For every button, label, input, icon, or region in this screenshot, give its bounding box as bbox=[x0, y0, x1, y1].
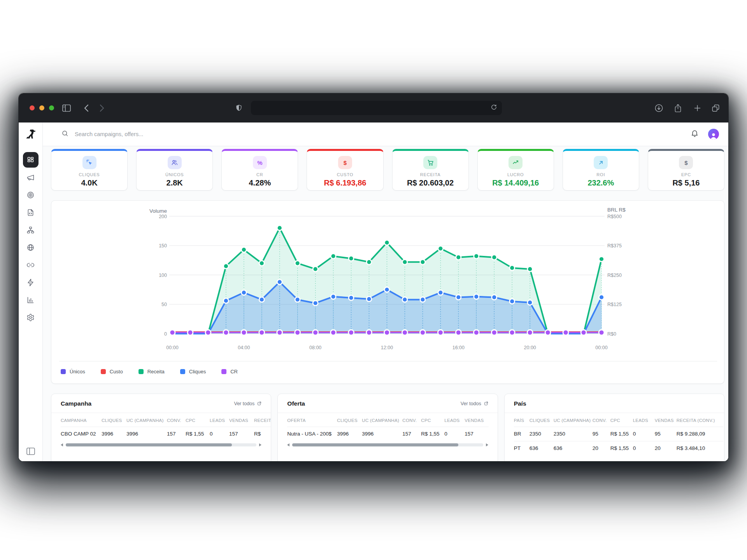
view-all-link[interactable]: Ver todos bbox=[234, 401, 262, 406]
receita-point[interactable] bbox=[349, 256, 354, 261]
cliques-point[interactable] bbox=[277, 280, 282, 285]
receita-point[interactable] bbox=[241, 247, 246, 252]
cliques-point[interactable] bbox=[295, 297, 300, 302]
avatar[interactable] bbox=[708, 129, 719, 140]
cr-point[interactable] bbox=[331, 330, 336, 335]
cr-point[interactable] bbox=[170, 330, 175, 335]
receita-point[interactable] bbox=[313, 266, 318, 271]
search-input[interactable] bbox=[74, 131, 239, 138]
cr-point[interactable] bbox=[420, 330, 425, 335]
tabs-overview-icon[interactable] bbox=[711, 103, 720, 112]
receita-point[interactable] bbox=[492, 255, 497, 260]
scrollbar-thumb[interactable] bbox=[66, 443, 232, 446]
receita-point[interactable] bbox=[366, 259, 372, 264]
cr-point[interactable] bbox=[491, 330, 497, 335]
sidebar-item-lightning[interactable] bbox=[23, 275, 39, 290]
cliques-point[interactable] bbox=[223, 298, 228, 303]
cr-point[interactable] bbox=[563, 330, 568, 335]
cr-point[interactable] bbox=[366, 330, 372, 335]
panel-toggle-icon[interactable] bbox=[62, 104, 71, 112]
scroll-right-icon[interactable] bbox=[486, 443, 488, 446]
sidebar-item-globe[interactable] bbox=[23, 240, 39, 255]
table-row[interactable]: PT63663620R$ 1,55020R$ 3.484,10 bbox=[514, 441, 723, 456]
table-row[interactable]: CBO CAMP 0239963996157R$ 1,550157R$ bbox=[61, 427, 271, 441]
sidebar-collapse-icon[interactable] bbox=[19, 448, 42, 455]
cr-point[interactable] bbox=[188, 330, 193, 335]
minimize-button[interactable] bbox=[39, 105, 44, 110]
legend-item-cliques[interactable]: Cliques bbox=[180, 369, 206, 374]
legend-item-cr[interactable]: CR bbox=[221, 369, 238, 374]
sidebar-item-hierarchy[interactable] bbox=[23, 222, 39, 238]
cliques-point[interactable] bbox=[599, 295, 604, 300]
sidebar-item-dashboard-active[interactable] bbox=[23, 152, 39, 168]
download-icon[interactable] bbox=[654, 103, 663, 112]
cliques-point[interactable] bbox=[313, 301, 318, 306]
cliques-point[interactable] bbox=[366, 296, 372, 301]
kpi-card-cr[interactable]: % CR 4.28% bbox=[221, 149, 298, 191]
receita-point[interactable] bbox=[259, 261, 264, 266]
cliques-point[interactable] bbox=[384, 287, 389, 292]
cr-point[interactable] bbox=[241, 330, 247, 335]
address-bar[interactable] bbox=[251, 101, 502, 115]
cr-point[interactable] bbox=[599, 330, 604, 335]
sidebar-item-bar-chart[interactable] bbox=[23, 292, 39, 308]
legend-item-unicos[interactable]: Únicos bbox=[61, 369, 85, 374]
zoom-button[interactable] bbox=[49, 105, 54, 110]
cr-point[interactable] bbox=[473, 330, 479, 335]
close-button[interactable] bbox=[30, 105, 35, 110]
table-row[interactable]: Nutra - USA - 200$39963996157R$ 1,550157 bbox=[287, 427, 489, 441]
cliques-point[interactable] bbox=[510, 299, 515, 304]
cliques-point[interactable] bbox=[402, 297, 407, 302]
cliques-point[interactable] bbox=[492, 295, 497, 300]
kpi-card-unicos[interactable]: ÚNICOS 2.8K bbox=[136, 149, 213, 191]
horizontal-scrollbar[interactable] bbox=[287, 442, 488, 448]
cliques-point[interactable] bbox=[528, 300, 533, 305]
cliques-point[interactable] bbox=[331, 294, 336, 299]
forward-icon[interactable] bbox=[100, 104, 104, 112]
legend-item-receita[interactable]: Receita bbox=[139, 369, 165, 374]
scrollbar-thumb[interactable] bbox=[292, 443, 458, 446]
horizontal-scrollbar[interactable] bbox=[61, 442, 261, 448]
cliques-point[interactable] bbox=[456, 295, 461, 300]
cliques-point[interactable] bbox=[241, 290, 246, 295]
kpi-card-custo[interactable]: $ CUSTO R$ 6.193,86 bbox=[307, 149, 383, 191]
receita-point[interactable] bbox=[420, 259, 425, 264]
sidebar-item-target[interactable] bbox=[23, 187, 39, 203]
cr-point[interactable] bbox=[581, 330, 586, 335]
reload-icon[interactable] bbox=[491, 104, 497, 112]
cr-point[interactable] bbox=[402, 330, 407, 335]
cr-point[interactable] bbox=[456, 330, 461, 335]
cr-point[interactable] bbox=[259, 330, 265, 335]
receita-point[interactable] bbox=[456, 255, 461, 260]
back-icon[interactable] bbox=[84, 104, 89, 112]
table-row[interactable]: BR2350235095R$ 1,55095R$ 9.288,09 bbox=[514, 427, 723, 441]
cr-point[interactable] bbox=[277, 330, 282, 335]
kpi-card-epc[interactable]: $ EPC R$ 5,16 bbox=[648, 149, 724, 191]
cliques-point[interactable] bbox=[474, 294, 479, 299]
cr-point[interactable] bbox=[438, 330, 443, 335]
view-all-link[interactable]: Ver todos bbox=[461, 401, 488, 406]
time-series-chart[interactable]: 0R$050R$125100R$250150R$375200R$500Volum… bbox=[51, 201, 725, 384]
bell-icon[interactable] bbox=[691, 129, 699, 139]
cr-point[interactable] bbox=[295, 330, 300, 335]
cr-point[interactable] bbox=[527, 330, 533, 335]
receita-point[interactable] bbox=[474, 254, 479, 259]
scroll-left-icon[interactable] bbox=[61, 443, 63, 446]
scroll-right-icon[interactable] bbox=[259, 443, 261, 446]
cliques-point[interactable] bbox=[259, 297, 264, 302]
cliques-point[interactable] bbox=[438, 290, 443, 295]
cr-point[interactable] bbox=[205, 330, 211, 335]
shield-icon[interactable] bbox=[235, 104, 243, 112]
receita-point[interactable] bbox=[402, 259, 407, 264]
kpi-card-receita[interactable]: RECEITA R$ 20.603,02 bbox=[392, 149, 469, 191]
sidebar-item-megaphone[interactable] bbox=[23, 170, 39, 185]
receita-point[interactable] bbox=[223, 264, 228, 269]
cr-point[interactable] bbox=[223, 330, 229, 335]
receita-point[interactable] bbox=[599, 257, 604, 262]
cliques-point[interactable] bbox=[349, 295, 354, 300]
sidebar-item-link[interactable] bbox=[23, 257, 39, 273]
cliques-point[interactable] bbox=[420, 297, 425, 302]
receita-point[interactable] bbox=[528, 266, 533, 271]
receita-point[interactable] bbox=[331, 254, 336, 259]
legend-item-custo[interactable]: Custo bbox=[101, 369, 123, 374]
